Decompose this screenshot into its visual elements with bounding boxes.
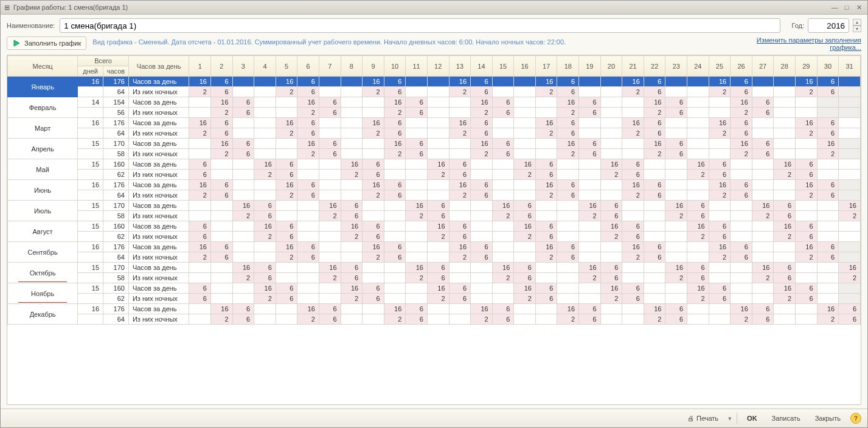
day-cell[interactable]: 6: [731, 252, 752, 263]
day-cell[interactable]: [297, 201, 319, 211]
month-cell[interactable]: Ноябрь: [8, 283, 78, 304]
day-cell[interactable]: [427, 304, 449, 314]
day-cell[interactable]: 6: [774, 263, 796, 273]
day-cell[interactable]: [839, 232, 861, 242]
day-cell[interactable]: 16: [341, 283, 363, 294]
day-cell[interactable]: 2: [449, 190, 471, 201]
day-cell[interactable]: [600, 180, 622, 190]
day-cell[interactable]: [276, 263, 297, 273]
hours-cell[interactable]: 160: [103, 221, 129, 232]
day-cell[interactable]: [341, 304, 363, 314]
day-cell[interactable]: 6: [319, 108, 341, 118]
day-cell[interactable]: 6: [579, 97, 601, 108]
day-cell[interactable]: 2: [752, 211, 774, 221]
day-cell[interactable]: [232, 294, 254, 304]
day-cell[interactable]: 16: [709, 242, 731, 252]
day-cell[interactable]: 2: [687, 170, 709, 180]
day-cell[interactable]: 6: [622, 283, 644, 294]
day-cell[interactable]: [427, 108, 449, 118]
day-cell[interactable]: 16: [622, 118, 644, 128]
day-cell[interactable]: 2: [319, 273, 341, 283]
day-cell[interactable]: 16: [622, 242, 644, 252]
day-cell[interactable]: 16: [644, 139, 665, 149]
day-cell[interactable]: [254, 139, 276, 149]
day-cell[interactable]: [319, 190, 341, 201]
day-cell[interactable]: [839, 108, 861, 118]
day-cell[interactable]: [709, 263, 731, 273]
day-cell[interactable]: 2: [406, 273, 428, 283]
day-cell[interactable]: 6: [341, 211, 363, 221]
day-cell[interactable]: [210, 201, 232, 211]
day-cell[interactable]: [406, 77, 428, 87]
day-cell[interactable]: 6: [471, 180, 493, 190]
day-cell[interactable]: 2: [297, 108, 319, 118]
days-cell[interactable]: 16: [78, 77, 103, 87]
day-cell[interactable]: [535, 273, 557, 283]
day-cell[interactable]: [341, 87, 363, 97]
day-cell[interactable]: [665, 170, 687, 180]
day-cell[interactable]: 16: [254, 159, 276, 170]
day-cell[interactable]: [189, 314, 211, 325]
day-cell[interactable]: 16: [254, 221, 276, 232]
day-cell[interactable]: [189, 97, 211, 108]
month-cell[interactable]: Июль: [8, 201, 78, 221]
day-cell[interactable]: 6: [363, 294, 384, 304]
day-cell[interactable]: [449, 211, 471, 221]
day-cell[interactable]: 2: [254, 232, 276, 242]
day-cell[interactable]: 6: [297, 87, 319, 97]
day-cell[interactable]: [297, 170, 319, 180]
day-cell[interactable]: 16: [471, 139, 493, 149]
day-cell[interactable]: [579, 252, 601, 263]
days-cell[interactable]: [78, 252, 103, 263]
day-cell[interactable]: [665, 252, 687, 263]
day-cell[interactable]: [839, 77, 861, 87]
day-cell[interactable]: [839, 97, 861, 108]
day-cell[interactable]: 2: [232, 273, 254, 283]
day-cell[interactable]: 2: [427, 294, 449, 304]
day-cell[interactable]: 6: [622, 221, 644, 232]
day-cell[interactable]: [774, 314, 796, 325]
day-cell[interactable]: 16: [189, 242, 211, 252]
day-cell[interactable]: 6: [535, 294, 557, 304]
day-cell[interactable]: 16: [514, 159, 536, 170]
day-cell[interactable]: 2: [276, 128, 297, 139]
day-cell[interactable]: 16: [579, 263, 601, 273]
day-cell[interactable]: [774, 180, 796, 190]
day-cell[interactable]: [319, 87, 341, 97]
day-cell[interactable]: 6: [752, 304, 774, 314]
day-cell[interactable]: [254, 77, 276, 87]
day-cell[interactable]: 6: [709, 221, 731, 232]
day-cell[interactable]: 2: [709, 190, 731, 201]
day-cell[interactable]: 6: [752, 314, 774, 325]
day-cell[interactable]: 16: [492, 201, 514, 211]
day-cell[interactable]: [665, 180, 687, 190]
day-cell[interactable]: 2: [210, 149, 232, 159]
day-cell[interactable]: [406, 128, 428, 139]
day-cell[interactable]: [341, 118, 363, 128]
day-cell[interactable]: 6: [210, 87, 232, 97]
day-cell[interactable]: 6: [644, 118, 665, 128]
days-cell[interactable]: 16: [78, 242, 103, 252]
day-cell[interactable]: 16: [319, 201, 341, 211]
day-cell[interactable]: 6: [449, 159, 471, 170]
day-cell[interactable]: 6: [232, 304, 254, 314]
day-cell[interactable]: [427, 149, 449, 159]
night-total-cell[interactable]: 64: [103, 314, 129, 325]
day-cell[interactable]: 16: [535, 242, 557, 252]
year-up-icon[interactable]: ▲: [853, 19, 861, 26]
hours-cell[interactable]: 176: [103, 304, 129, 314]
day-cell[interactable]: 2: [600, 294, 622, 304]
day-cell[interactable]: [665, 77, 687, 87]
day-cell[interactable]: [341, 252, 363, 263]
day-cell[interactable]: [600, 97, 622, 108]
day-cell[interactable]: 16: [276, 118, 297, 128]
days-cell[interactable]: [78, 128, 103, 139]
day-cell[interactable]: [276, 149, 297, 159]
day-cell[interactable]: 16: [817, 304, 839, 314]
day-cell[interactable]: 6: [817, 118, 839, 128]
hours-cell[interactable]: 170: [103, 201, 129, 211]
day-cell[interactable]: 6: [817, 190, 839, 201]
day-cell[interactable]: 6: [731, 118, 752, 128]
day-cell[interactable]: 6: [774, 211, 796, 221]
day-cell[interactable]: [665, 242, 687, 252]
